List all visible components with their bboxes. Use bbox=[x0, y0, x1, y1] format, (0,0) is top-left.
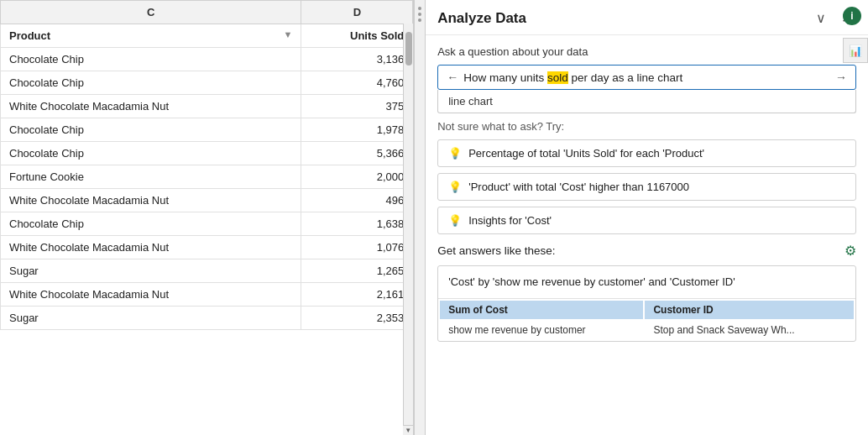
product-column-header: Product ▼ bbox=[1, 24, 301, 48]
minimize-button[interactable]: ∨ bbox=[812, 8, 830, 28]
search-forward-arrow[interactable]: → bbox=[835, 71, 847, 84]
ask-label: Ask a question about your data bbox=[437, 45, 856, 58]
lightbulb-icon-3: 💡 bbox=[448, 214, 462, 227]
product-cell: Sugar bbox=[1, 259, 301, 283]
search-box-wrapper: ← How many units sold per day as a line … bbox=[437, 65, 856, 113]
suggestion-item-1[interactable]: 💡 Percentage of total 'Units Sold' for e… bbox=[437, 139, 856, 167]
get-answers-header: Get answers like these: ⚙ bbox=[437, 243, 856, 259]
settings-icon[interactable]: ⚙ bbox=[844, 243, 856, 259]
table-row: Chocolate Chip 4,760 bbox=[1, 71, 413, 95]
table-row: White Chocolate Macadamia Nut 1,076 bbox=[1, 236, 413, 259]
suggestion-text-3: Insights for 'Cost' bbox=[468, 214, 552, 227]
units-cell: 2,353 bbox=[301, 307, 413, 330]
answer-table-header-row: Sum of Cost Customer ID bbox=[440, 301, 854, 319]
table-row: White Chocolate Macadamia Nut 375 bbox=[1, 95, 413, 118]
units-cell: 1,638 bbox=[301, 212, 413, 236]
column-header-row: C D bbox=[1, 1, 413, 24]
chart-icon: 📊 bbox=[849, 45, 862, 57]
panel-header: Analyze Data ∨ ✕ bbox=[426, 0, 868, 35]
analyze-data-panel: i 📊 Analyze Data ∨ ✕ Ask a question abou… bbox=[426, 0, 868, 435]
product-cell: Chocolate Chip bbox=[1, 118, 301, 142]
units-cell: 3,136 bbox=[301, 48, 413, 71]
product-filter-icon[interactable]: ▼ bbox=[284, 29, 293, 39]
spreadsheet-area: C D Product ▼ Units Sold Chocolate Chip … bbox=[0, 0, 414, 435]
cursor-highlight: sold bbox=[547, 71, 568, 84]
col-d-header: D bbox=[301, 1, 413, 24]
lightbulb-icon-1: 💡 bbox=[448, 147, 462, 160]
suggestion-text-1: Percentage of total 'Units Sold' for eac… bbox=[468, 147, 704, 160]
table-row: Chocolate Chip 3,136 bbox=[1, 48, 413, 71]
panel-title: Analyze Data bbox=[437, 10, 526, 27]
product-cell: Chocolate Chip bbox=[1, 48, 301, 71]
divider-dot-2 bbox=[418, 13, 421, 16]
search-back-arrow[interactable]: ← bbox=[447, 71, 458, 84]
answer-card[interactable]: 'Cost' by 'show me revenue by customer' … bbox=[437, 265, 856, 342]
panel-body: Ask a question about your data ← How man… bbox=[426, 35, 868, 435]
table-row: Fortune Cookie 2,000 bbox=[1, 165, 413, 189]
side-icon-btn-1[interactable]: 📊 bbox=[843, 38, 868, 63]
product-cell: White Chocolate Macadamia Nut bbox=[1, 189, 301, 212]
info-button[interactable]: i bbox=[843, 7, 861, 25]
answer-card-text: 'Cost' by 'show me revenue by customer' … bbox=[438, 266, 855, 298]
lightbulb-icon-2: 💡 bbox=[448, 181, 462, 193]
not-sure-label: Not sure what to ask? Try: bbox=[437, 120, 856, 133]
scroll-thumb bbox=[405, 32, 412, 66]
units-cell: 1,978 bbox=[301, 118, 413, 142]
units-cell: 2,161 bbox=[301, 283, 413, 307]
units-cell: 1,265 bbox=[301, 259, 413, 283]
product-cell: Chocolate Chip bbox=[1, 142, 301, 165]
units-cell: 1,076 bbox=[301, 236, 413, 259]
product-cell: Sugar bbox=[1, 307, 301, 330]
search-box[interactable]: ← How many units sold per day as a line … bbox=[437, 65, 856, 90]
answer-table-cell-revenue: show me revenue by customer bbox=[440, 321, 643, 339]
product-cell: Fortune Cookie bbox=[1, 165, 301, 189]
data-header-row: Product ▼ Units Sold bbox=[1, 24, 413, 48]
spreadsheet-scrollbar[interactable]: ▼ bbox=[403, 24, 413, 435]
table-row: Chocolate Chip 1,978 bbox=[1, 118, 413, 142]
table-row: Chocolate Chip 1,638 bbox=[1, 212, 413, 236]
units-column-header: Units Sold bbox=[301, 24, 413, 48]
product-cell: Chocolate Chip bbox=[1, 212, 301, 236]
divider-dot-1 bbox=[418, 7, 421, 10]
panel-divider bbox=[414, 0, 426, 435]
get-answers-label: Get answers like these: bbox=[437, 244, 555, 257]
table-row: Sugar 1,265 bbox=[1, 259, 413, 283]
answer-table-header-cost: Sum of Cost bbox=[440, 301, 643, 319]
product-cell: Chocolate Chip bbox=[1, 71, 301, 95]
units-cell: 375 bbox=[301, 95, 413, 118]
product-cell: White Chocolate Macadamia Nut bbox=[1, 95, 301, 118]
suggestion-item-2[interactable]: 💡 'Product' with total 'Cost' higher tha… bbox=[437, 173, 856, 201]
units-cell: 5,366 bbox=[301, 142, 413, 165]
autocomplete-dropdown[interactable]: line chart bbox=[437, 90, 856, 113]
side-icons-area: 📊 bbox=[843, 38, 868, 63]
answer-table-header-customer: Customer ID bbox=[645, 301, 854, 319]
scroll-down-btn[interactable]: ▼ bbox=[403, 425, 413, 435]
answer-card-table: Sum of Cost Customer ID show me revenue … bbox=[438, 298, 855, 341]
suggestion-item-3[interactable]: 💡 Insights for 'Cost' bbox=[437, 207, 856, 234]
answer-table-cell-customers: Stop and Snack Saveway Wh... bbox=[645, 321, 854, 339]
answer-table-data-row: show me revenue by customer Stop and Sna… bbox=[440, 321, 854, 339]
table-row: Chocolate Chip 5,366 bbox=[1, 142, 413, 165]
table-row: Sugar 2,353 bbox=[1, 307, 413, 330]
product-cell: White Chocolate Macadamia Nut bbox=[1, 236, 301, 259]
divider-dot-3 bbox=[418, 18, 421, 22]
search-input-text[interactable]: How many units sold per day as a line ch… bbox=[463, 71, 830, 84]
units-cell: 2,000 bbox=[301, 165, 413, 189]
col-c-header: C bbox=[1, 1, 301, 24]
product-cell: White Chocolate Macadamia Nut bbox=[1, 283, 301, 307]
table-row: White Chocolate Macadamia Nut 496 bbox=[1, 189, 413, 212]
units-cell: 4,760 bbox=[301, 71, 413, 95]
units-cell: 496 bbox=[301, 189, 413, 212]
suggestion-text-2: 'Product' with total 'Cost' higher than … bbox=[468, 181, 689, 193]
spreadsheet-table: C D Product ▼ Units Sold Chocolate Chip … bbox=[0, 0, 413, 330]
get-answers-section: Get answers like these: ⚙ 'Cost' by 'sho… bbox=[437, 243, 856, 342]
table-row: White Chocolate Macadamia Nut 2,161 bbox=[1, 283, 413, 307]
